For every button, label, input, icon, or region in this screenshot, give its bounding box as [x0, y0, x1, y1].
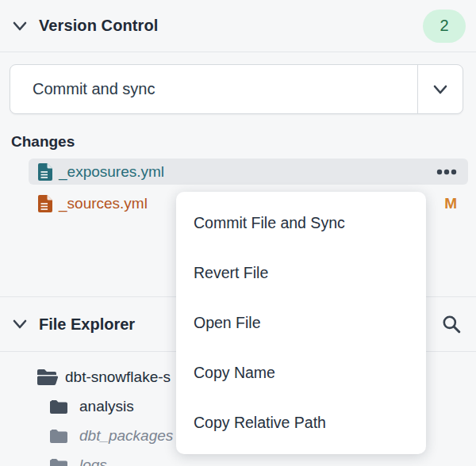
- version-control-title: Version Control: [39, 17, 158, 35]
- file-name[interactable]: _exposures.yml: [59, 163, 164, 181]
- version-control-header[interactable]: Version Control 2: [0, 0, 476, 52]
- file-search-button[interactable]: [440, 312, 463, 336]
- file-actions-menu-icon[interactable]: [436, 169, 457, 175]
- menu-item-copy-name[interactable]: Copy Name: [176, 348, 426, 398]
- tree-item-label[interactable]: dbt_packages: [79, 427, 173, 445]
- changed-file-row-exposures[interactable]: _exposures.yml: [29, 159, 468, 185]
- modified-status-badge: M: [444, 195, 457, 212]
- tree-item-label[interactable]: analysis: [79, 398, 134, 415]
- changes-count-badge: 2: [423, 10, 466, 43]
- yml-file-icon: [38, 195, 52, 212]
- commit-and-sync-dropdown[interactable]: Commit and sync: [10, 64, 463, 114]
- folder-icon: [50, 458, 67, 466]
- tree-item-label[interactable]: logs: [79, 456, 107, 466]
- folder-open-icon: [37, 369, 58, 385]
- folder-icon: [50, 429, 67, 443]
- menu-item-copy-relative-path[interactable]: Copy Relative Path: [176, 398, 426, 448]
- menu-item-commit-file-and-sync[interactable]: Commit File and Sync: [176, 198, 426, 248]
- file-context-menu: Commit File and Sync Revert File Open Fi…: [176, 192, 426, 454]
- chevron-down-icon[interactable]: [11, 17, 29, 35]
- commit-dropdown-caret-button[interactable]: [417, 65, 463, 113]
- menu-item-open-file[interactable]: Open File: [176, 298, 426, 348]
- version-control-panel: Version Control 2 Commit and sync Change…: [0, 0, 476, 466]
- file-name[interactable]: _sources.yml: [59, 195, 148, 212]
- search-icon: [441, 314, 462, 334]
- file-explorer-title: File Explorer: [39, 315, 135, 334]
- chevron-down-icon: [432, 81, 449, 98]
- menu-item-revert-file[interactable]: Revert File: [176, 248, 426, 298]
- yml-file-icon: [38, 163, 52, 181]
- folder-icon: [50, 399, 67, 414]
- chevron-down-icon[interactable]: [11, 315, 29, 333]
- changes-section-label: Changes: [11, 133, 476, 151]
- tree-item-label[interactable]: dbt-snowflake-s: [65, 369, 171, 386]
- commit-and-sync-label[interactable]: Commit and sync: [10, 65, 417, 113]
